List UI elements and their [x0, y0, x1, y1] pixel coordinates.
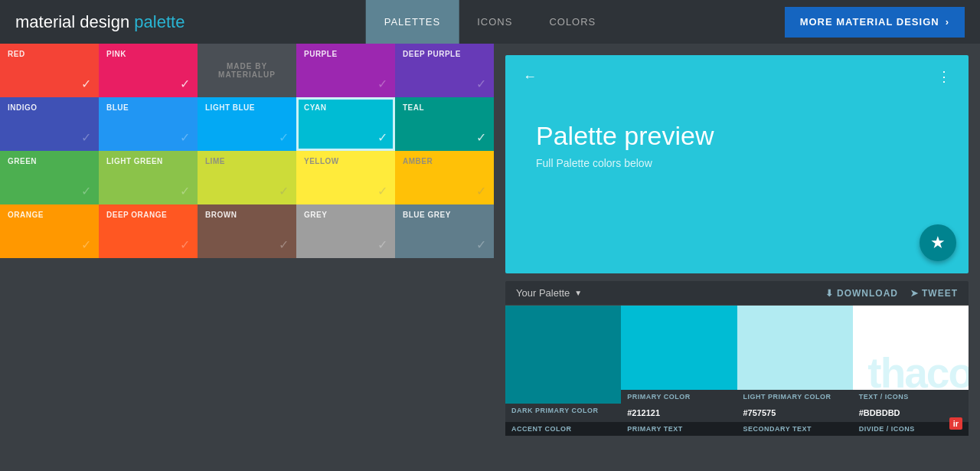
color-cell-purple[interactable]: PURPLE ✓	[296, 44, 395, 97]
primary-text-label: PRIMARY TEXT	[621, 422, 737, 436]
check-icon: ✓	[377, 77, 387, 91]
color-cell-deep-purple[interactable]: DEEP PURPLE ✓	[395, 44, 494, 97]
preview-top-bar: ← ⋮	[505, 55, 969, 98]
palette-name-selector[interactable]: Your Palette ▼	[516, 287, 582, 299]
made-by-cell: MADE BY MATERIALUP	[198, 44, 296, 97]
secondary-text-label: SECONDARY TEXT	[737, 422, 853, 436]
header: material design palette PALETTES ICONS C…	[0, 0, 980, 44]
more-material-design-button[interactable]: MORE MATERIAL DESIGN ›	[785, 7, 965, 38]
light-primary-hex: #757575	[743, 408, 776, 417]
tweet-button[interactable]: ➤ TWEET	[910, 288, 958, 299]
color-cell-indigo[interactable]: INDIGO ✓	[0, 97, 99, 151]
text-icons-hex: #BDBDBD	[859, 408, 900, 417]
check-icon: ✓	[377, 184, 387, 198]
check-icon: ✓	[180, 77, 190, 91]
more-options-icon[interactable]: ⋮	[932, 64, 956, 89]
check-icon: ✓	[180, 130, 190, 145]
color-cell-lime[interactable]: LIME ✓	[198, 151, 296, 204]
color-cell-deep-orange[interactable]: DEEP ORANGE ✓	[99, 204, 198, 258]
light-primary-swatch	[737, 306, 853, 390]
check-icon: ✓	[279, 130, 289, 145]
color-cell-yellow[interactable]: YELLOW ✓	[296, 151, 395, 204]
palette-bottom-panel: Your Palette ▼ ⬇ DOWNLOAD ➤ TWEET	[505, 281, 969, 436]
check-icon: ✓	[81, 184, 91, 198]
accent-label: ACCENT COLOR	[505, 422, 621, 436]
tab-colors[interactable]: COLORS	[531, 0, 614, 44]
color-cell-pink[interactable]: PINK ✓	[99, 44, 198, 97]
color-cell-grey[interactable]: GREY ✓	[296, 204, 395, 258]
fab-button[interactable]: ★	[920, 224, 956, 261]
primary-label: PRIMARY COLOR	[627, 393, 730, 401]
dark-primary-label: DARK PRIMARY COLOR	[511, 407, 615, 414]
arrow-icon: ›	[946, 16, 949, 28]
logo-highlight: palette	[134, 12, 185, 31]
color-cell-teal[interactable]: TEAL ✓	[395, 97, 494, 151]
download-icon: ⬇	[825, 288, 834, 299]
check-icon: ✓	[476, 77, 486, 91]
check-icon: ✓	[180, 237, 190, 252]
ir-badge: ir	[949, 417, 962, 430]
nav-tabs: PALETTES ICONS COLORS	[366, 0, 615, 44]
logo: material design palette	[15, 12, 185, 32]
primary-swatch	[621, 306, 737, 390]
preview-title: Palette preview	[536, 121, 938, 151]
check-icon: ✓	[180, 184, 190, 198]
color-cell-green[interactable]: GREEN ✓	[0, 151, 99, 204]
palette-colors: DARK PRIMARY COLOR ACCENT COLOR PRIMARY …	[505, 306, 969, 436]
preview-subtitle: Full Palette colors below	[536, 157, 938, 169]
color-cell-brown[interactable]: BROWN ✓	[198, 204, 296, 258]
back-icon[interactable]: ←	[518, 64, 542, 89]
preview-card: ← ⋮ Palette preview Full Palette colors …	[505, 55, 969, 273]
text-icons-swatch: thaco	[853, 306, 969, 390]
palette-actions: ⬇ DOWNLOAD ➤ TWEET	[825, 288, 958, 299]
color-cell-orange[interactable]: ORANGE ✓	[0, 204, 99, 258]
palette-grid: RED ✓ PINK ✓ MADE BY MATERIALUP PURPLE ✓…	[0, 44, 494, 471]
check-icon: ✓	[279, 184, 289, 198]
text-icons-label: TEXT / ICONS	[859, 393, 962, 401]
color-cell-light-green[interactable]: LIGHT GREEN ✓	[99, 151, 198, 204]
check-icon: ✓	[476, 237, 486, 252]
preview-content: Palette preview Full Palette colors belo…	[505, 98, 969, 192]
tab-icons[interactable]: ICONS	[459, 0, 531, 44]
check-icon: ✓	[81, 77, 91, 91]
dropdown-icon: ▼	[574, 289, 582, 297]
dark-primary-swatch	[505, 306, 621, 404]
text-icons-color-item: thaco TEXT / ICONS #BDBDBD DIVIDE / ICON…	[853, 306, 969, 436]
color-cell-amber[interactable]: AMBER ✓	[395, 151, 494, 204]
dark-primary-color-item: DARK PRIMARY COLOR ACCENT COLOR	[505, 306, 621, 436]
check-icon: ✓	[279, 237, 289, 252]
check-icon: ✓	[81, 130, 91, 145]
color-cell-light-blue[interactable]: LIGHT BLUE ✓	[198, 97, 296, 151]
right-panel: ← ⋮ Palette preview Full Palette colors …	[494, 44, 980, 471]
color-cell-cyan[interactable]: CYAN ✓	[296, 97, 395, 151]
light-primary-label: LIGHT PRIMARY COLOR	[743, 393, 847, 401]
share-icon: ➤	[910, 288, 919, 299]
color-cell-red[interactable]: RED ✓	[0, 44, 99, 97]
tab-palettes[interactable]: PALETTES	[366, 0, 459, 44]
main-content: RED ✓ PINK ✓ MADE BY MATERIALUP PURPLE ✓…	[0, 44, 980, 471]
check-icon: ✓	[476, 184, 486, 198]
palette-header: Your Palette ▼ ⬇ DOWNLOAD ➤ TWEET	[505, 281, 969, 306]
check-icon: ✓	[476, 130, 486, 145]
check-icon: ✓	[377, 130, 387, 145]
check-icon: ✓	[377, 237, 387, 252]
color-cell-blue-grey[interactable]: BLUE GREY ✓	[395, 204, 494, 258]
download-button[interactable]: ⬇ DOWNLOAD	[825, 288, 898, 299]
primary-color-item: PRIMARY COLOR #212121 PRIMARY TEXT	[621, 306, 737, 436]
color-cell-blue[interactable]: BLUE ✓	[99, 97, 198, 151]
primary-hex: #212121	[627, 408, 660, 417]
light-primary-color-item: LIGHT PRIMARY COLOR #757575 SECONDARY TE…	[737, 306, 853, 436]
check-icon: ✓	[81, 237, 91, 252]
